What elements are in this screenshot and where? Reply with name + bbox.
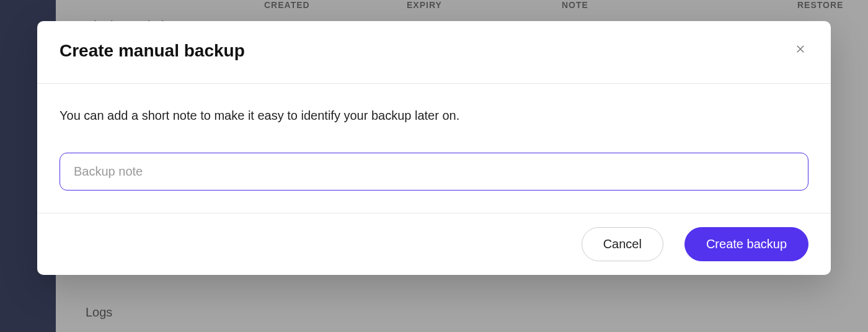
backup-note-input[interactable] bbox=[60, 153, 808, 191]
create-backup-modal: Create manual backup You can add a short… bbox=[37, 21, 831, 275]
cancel-button[interactable]: Cancel bbox=[582, 227, 663, 261]
modal-header: Create manual backup bbox=[37, 21, 831, 84]
modal-footer: Cancel Create backup bbox=[37, 213, 831, 275]
create-backup-button[interactable]: Create backup bbox=[684, 227, 808, 261]
close-button[interactable] bbox=[792, 41, 808, 57]
modal-overlay[interactable]: Create manual backup You can add a short… bbox=[0, 0, 868, 332]
close-icon bbox=[795, 43, 806, 55]
modal-body: You can add a short note to make it easy… bbox=[37, 84, 831, 213]
modal-title: Create manual backup bbox=[60, 41, 245, 61]
modal-description: You can add a short note to make it easy… bbox=[60, 109, 808, 123]
